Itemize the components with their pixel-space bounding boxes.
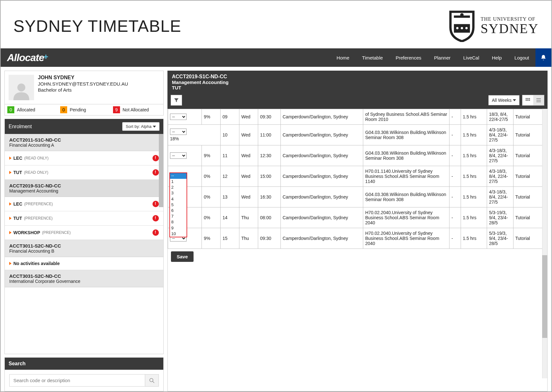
search-input[interactable] [9, 374, 145, 387]
svg-rect-15 [536, 98, 541, 99]
search-button[interactable] [145, 374, 159, 387]
course-header[interactable]: ACCT2019-S1C-ND-CCManagement Accounting [5, 180, 163, 197]
course-header[interactable]: ACCT3011-S2C-ND-CCFinancial Accounting B [5, 240, 163, 257]
dropdown-option[interactable]: 2 [170, 185, 187, 190]
activity-row[interactable]: TUT (READ ONLY) [5, 165, 163, 180]
preference-select[interactable]: --12345678910 [170, 173, 187, 179]
nav-livecal[interactable]: LiveCal [457, 48, 485, 67]
activity-row[interactable]: WORKSHOP (PREFERENCE) [5, 226, 163, 240]
preference-select[interactable]: -- [170, 114, 187, 120]
filter-icon [173, 97, 179, 103]
status-pending: 0 Pending [58, 104, 110, 115]
uni-name: SYDNEY [481, 22, 539, 36]
preference-select[interactable]: -- [170, 152, 187, 159]
user-card: JOHN SYDNEY JOHN.SYDNEY@TEST.SYDNEY.EDU.… [4, 71, 164, 116]
subject-code: ACCT2019-S1C-ND-CC [172, 74, 543, 80]
svg-rect-14 [529, 100, 530, 101]
svg-point-2 [460, 13, 464, 17]
warning-icon [152, 201, 159, 207]
notifications-button[interactable] [535, 48, 551, 67]
app-title: SYDNEY TIMETABLE [13, 17, 181, 36]
save-button[interactable]: Save [171, 251, 194, 262]
expand-icon [9, 202, 11, 206]
filter-button[interactable] [171, 95, 182, 106]
dropdown-option[interactable]: 5 [170, 202, 187, 208]
subject-header: ACCT2019-S1C-ND-CC Management Accounting… [167, 71, 548, 93]
university-logo: THE UNIVERSITY OF SYDNEY [448, 10, 539, 42]
dropdown-option[interactable]: 7 [170, 214, 187, 219]
activity-row[interactable]: LEC (READ ONLY) [5, 151, 163, 165]
dropdown-option[interactable]: 4 [170, 196, 187, 202]
enrolment-title: Enrolment [9, 124, 32, 130]
scrollbar-thumb[interactable] [159, 134, 163, 207]
table-row: 0%14Thu08:00Camperdown/Darlington, Sydne… [168, 207, 547, 228]
activity-row[interactable]: TUT (PREFERENCE) [5, 211, 163, 226]
dropdown-option[interactable]: 10 [170, 231, 187, 237]
app-logo: Allocate+ [7, 52, 48, 64]
course-header[interactable]: ACCT2011-S1C-ND-CCFinancial Accounting A [5, 134, 163, 151]
crest-icon [448, 10, 476, 42]
activity-row[interactable]: No activities available [5, 257, 163, 270]
sort-button[interactable]: Sort by: Alpha [122, 122, 159, 131]
nav-logout[interactable]: Logout [508, 48, 535, 67]
status-allocated: 0 Allocated [5, 104, 58, 115]
dropdown-option[interactable]: 1 [170, 179, 187, 185]
nav-help[interactable]: Help [485, 48, 508, 67]
right-scrollbar-thumb[interactable] [542, 255, 547, 338]
course-header[interactable]: ACCT3031-S2C-ND-CCInternational Corporat… [5, 270, 163, 287]
warning-icon [152, 229, 159, 236]
view-toggle [522, 95, 544, 106]
search-title: Search [5, 358, 163, 370]
caret-down-icon [153, 126, 156, 128]
svg-rect-9 [526, 98, 527, 99]
table-row: --9%11Wed12:30Camperdown/Darlington, Syd… [168, 145, 547, 166]
uni-subtitle: THE UNIVERSITY OF [481, 17, 539, 22]
weeks-dropdown[interactable]: All Weeks [488, 95, 520, 105]
nav-preferences[interactable]: Preferences [389, 48, 428, 67]
user-degree: Bachelor of Arts [38, 87, 128, 93]
svg-rect-13 [527, 100, 528, 101]
avatar-icon [12, 81, 31, 100]
timeslot-table-wrap: --9%09Wed09:30Camperdown/Darlington, Syd… [167, 109, 548, 391]
nav-planner[interactable]: Planner [428, 48, 457, 67]
svg-point-6 [18, 84, 25, 92]
user-name: JOHN SYDNEY [38, 75, 128, 80]
subject-toolbar: All Weeks [167, 93, 548, 109]
search-panel: Search [4, 357, 164, 391]
expand-icon [9, 171, 11, 174]
svg-point-5 [465, 27, 467, 29]
dropdown-option[interactable]: 6 [170, 208, 187, 214]
user-email: JOHN.SYDNEY@TEST.SYDNEY.EDU.AU [38, 81, 128, 87]
expand-icon [9, 217, 11, 220]
svg-rect-16 [536, 100, 541, 101]
warning-icon [152, 215, 159, 221]
dropdown-option[interactable]: 8 [170, 219, 187, 225]
expand-icon [9, 262, 11, 265]
dropdown-option[interactable]: 3 [170, 190, 187, 196]
grid-view-button[interactable] [522, 95, 533, 105]
nav-home[interactable]: Home [330, 48, 356, 67]
dropdown-option[interactable]: 9 [170, 225, 187, 231]
subject-type: TUT [172, 85, 543, 90]
table-row: 0%13Wed16:30Camperdown/Darlington, Sydne… [168, 187, 547, 207]
svg-point-4 [461, 27, 463, 29]
list-icon [536, 98, 541, 103]
branding-bar: SYDNEY TIMETABLE THE UNIVERSITY OF SYDNE… [1, 1, 551, 48]
bell-icon [540, 54, 547, 61]
warning-icon [152, 169, 159, 176]
right-scrollbar[interactable] [542, 109, 547, 378]
svg-line-8 [152, 381, 154, 383]
navbar: Allocate+ HomeTimetablePreferencesPlanne… [1, 48, 551, 67]
expand-icon [9, 157, 11, 160]
warning-icon [152, 155, 159, 161]
preference-select[interactable]: -- [170, 129, 187, 135]
nav-timetable[interactable]: Timetable [356, 48, 389, 67]
svg-rect-11 [529, 98, 530, 99]
status-not-allocated: 9 Not Allocated [110, 104, 163, 115]
grid-icon [525, 98, 530, 103]
svg-rect-10 [527, 98, 528, 99]
search-icon [149, 378, 155, 383]
list-view-button[interactable] [533, 95, 544, 105]
activity-row[interactable]: LEC (PREFERENCE) [5, 197, 163, 211]
avatar [9, 75, 34, 100]
